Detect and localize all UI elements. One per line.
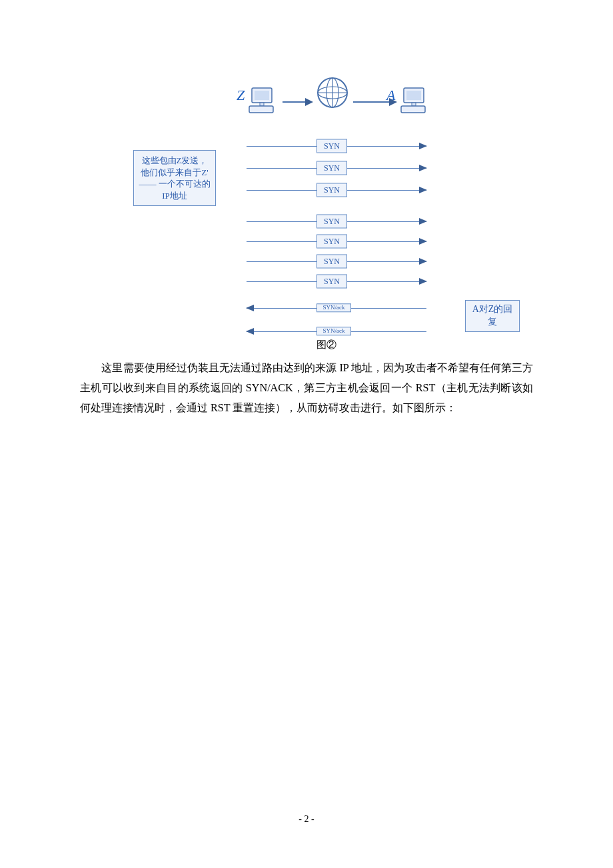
syn-arrow-row: SYN bbox=[247, 138, 426, 154]
internet-to-a-arrow-icon bbox=[353, 97, 397, 110]
note-source-spoof: 这些包由Z发送，他们似乎来自于Z' —— 一个不可达的IP地址 bbox=[133, 150, 216, 206]
body-paragraph: 这里需要使用经过伪装且无法通过路由达到的来源 IP 地址，因为攻击者不希望有任何… bbox=[80, 359, 533, 419]
computer-z-icon bbox=[248, 85, 280, 120]
syn-arrow-row: SYN bbox=[247, 213, 426, 229]
synack-arrow-row: SYN/ack bbox=[247, 323, 426, 339]
z-to-internet-arrow-icon bbox=[283, 97, 313, 110]
syn-arrow-row: SYN bbox=[247, 273, 426, 289]
note-reply: A对Z的回复 bbox=[465, 300, 520, 332]
syn-arrow-row: SYN bbox=[247, 182, 426, 198]
svg-marker-14 bbox=[305, 98, 313, 106]
z-label: Z bbox=[237, 87, 245, 104]
syn-box: SYN bbox=[316, 183, 347, 197]
paragraph-text: 这里需要使用经过伪装且无法通过路由达到的来源 IP 地址，因为攻击者不希望有任何… bbox=[80, 362, 533, 414]
syn-flood-diagram: Z A bbox=[133, 73, 520, 353]
syn-arrow-row: SYN bbox=[247, 233, 426, 249]
figure-caption: 图② bbox=[133, 339, 520, 351]
syn-box: SYN bbox=[316, 215, 347, 229]
svg-marker-16 bbox=[389, 98, 397, 106]
internet-icon bbox=[313, 73, 352, 115]
synack-arrow-row: SYN/ack bbox=[247, 300, 426, 316]
synack-box: SYN/ack bbox=[316, 327, 351, 335]
syn-box: SYN bbox=[316, 255, 347, 269]
svg-rect-1 bbox=[255, 91, 269, 100]
syn-box: SYN bbox=[316, 161, 347, 175]
synack-box: SYN/ack bbox=[316, 303, 351, 312]
computer-a-icon bbox=[400, 85, 432, 120]
svg-rect-12 bbox=[401, 106, 425, 113]
page-number: - 2 - bbox=[0, 814, 613, 825]
svg-rect-3 bbox=[249, 106, 273, 113]
svg-rect-10 bbox=[406, 91, 421, 100]
syn-box: SYN bbox=[316, 275, 347, 289]
syn-arrow-row: SYN bbox=[247, 253, 426, 269]
syn-arrow-row: SYN bbox=[247, 160, 426, 176]
syn-box: SYN bbox=[316, 235, 347, 249]
syn-box: SYN bbox=[316, 139, 347, 153]
